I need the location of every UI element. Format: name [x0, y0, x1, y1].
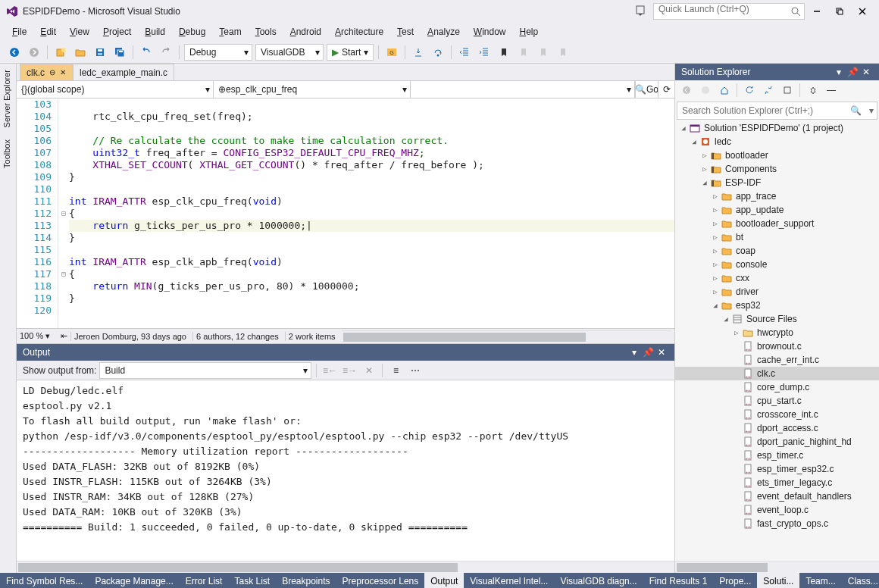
open-file-button[interactable]	[72, 44, 89, 61]
tree-node[interactable]: ▷console	[675, 258, 879, 271]
menu-help[interactable]: Help	[514, 24, 545, 39]
menu-android[interactable]: Android	[284, 24, 327, 39]
output-wrap-button[interactable]: ≡	[387, 362, 404, 379]
tree-node[interactable]: ++core_dump.c	[675, 380, 879, 394]
se-sync-button[interactable]	[760, 82, 777, 99]
close-icon[interactable]: ✕	[60, 68, 66, 77]
output-options-button[interactable]: ⋯	[407, 362, 424, 379]
collapsed-tab-toolbox[interactable]: Toolbox	[0, 133, 16, 174]
tree-node[interactable]: ◢Solution 'ESPIDFDemo' (1 project)	[675, 121, 879, 135]
panel-dropdown-icon[interactable]: ▾	[627, 347, 641, 358]
tree-node[interactable]: ++event_default_handlers	[675, 489, 879, 503]
redo-button[interactable]	[158, 44, 174, 61]
expand-icon[interactable]: ▷	[710, 233, 721, 241]
tree-node[interactable]: ++brownout.c	[675, 339, 879, 353]
new-project-button[interactable]	[52, 44, 69, 61]
menu-project[interactable]: Project	[97, 24, 137, 39]
indent-more-button[interactable]	[476, 44, 493, 61]
se-collapse-button[interactable]	[779, 82, 796, 99]
bottom-tab[interactable]: Find Symbol Res...	[0, 573, 89, 588]
editor-tab[interactable]: clk.c⊖✕	[20, 64, 73, 80]
tree-node[interactable]: ++esp_timer_esp32.c	[675, 462, 879, 476]
solution-explorer-search[interactable]: Search Solution Explorer (Ctrl+;) 🔍 ▾	[677, 102, 877, 120]
expand-icon[interactable]: ◢	[678, 124, 689, 132]
close-button[interactable]	[852, 3, 873, 20]
save-all-button[interactable]	[111, 44, 128, 61]
pin-icon[interactable]: 📌	[641, 347, 655, 358]
tree-node[interactable]: ▷coap	[675, 244, 879, 258]
tree-node[interactable]: ▷Components	[675, 162, 879, 176]
blame-author[interactable]: Jeroen Domburg, 93 days ago	[70, 332, 189, 341]
close-icon[interactable]: ✕	[655, 347, 668, 358]
expand-icon[interactable]: ▷	[710, 192, 721, 200]
se-properties-button[interactable]	[804, 82, 821, 99]
tree-node[interactable]: ▷app_trace	[675, 189, 879, 203]
tree-node[interactable]: ▷cxx	[675, 271, 879, 285]
menu-tools[interactable]: Tools	[249, 24, 283, 39]
tree-node[interactable]: ▷bootloader_support	[675, 217, 879, 230]
se-refresh-button[interactable]	[741, 82, 758, 99]
se-showall-button[interactable]: —	[823, 82, 840, 99]
tree-node[interactable]: ++dport_access.c	[675, 421, 879, 435]
expand-icon[interactable]: ◢	[689, 138, 699, 145]
expand-icon[interactable]: ▷	[699, 165, 710, 173]
tree-node[interactable]: ▷bootloader	[675, 149, 879, 162]
menu-view[interactable]: View	[64, 24, 95, 39]
clear-bookmarks-button[interactable]	[555, 44, 571, 61]
expand-icon[interactable]: ▷	[710, 247, 721, 255]
visualgdb-button[interactable]: G	[383, 44, 400, 61]
undo-button[interactable]	[138, 44, 155, 61]
bottom-tab[interactable]: Prope...	[713, 573, 757, 588]
nav-back-button[interactable]	[6, 44, 23, 61]
platform-combo[interactable]: VisualGDB▾	[255, 44, 324, 61]
expand-icon[interactable]: ▷	[710, 206, 721, 214]
tree-node[interactable]: ++ets_timer_legacy.c	[675, 476, 879, 489]
quick-launch-input[interactable]: Quick Launch (Ctrl+Q)	[653, 3, 805, 20]
step-into-button[interactable]	[410, 44, 427, 61]
se-h-scrollbar[interactable]	[675, 561, 879, 573]
bottom-tab[interactable]: VisualKernel Intel...	[464, 573, 554, 588]
menu-file[interactable]: File	[6, 24, 33, 39]
tree-node[interactable]: ▷hwcrypto	[675, 326, 879, 339]
minimize-button[interactable]	[806, 3, 827, 20]
menu-architecture[interactable]: Architecture	[329, 24, 389, 39]
tree-node[interactable]: ▷bt	[675, 230, 879, 244]
sync-button[interactable]: ⟳	[658, 81, 674, 98]
tree-node[interactable]: ++clk.c	[675, 367, 879, 380]
config-combo[interactable]: Debug▾	[184, 44, 252, 61]
bottom-tab[interactable]: Task List	[228, 573, 276, 588]
expand-icon[interactable]: ▷	[731, 329, 742, 336]
tree-node[interactable]: ++crosscore_int.c	[675, 408, 879, 421]
bottom-tab[interactable]: Breakpoints	[276, 573, 336, 588]
menu-debug[interactable]: Debug	[173, 24, 211, 39]
blame-prev-icon[interactable]: ⇤	[61, 331, 67, 341]
tree-node[interactable]: ++cache_err_int.c	[675, 353, 879, 367]
close-icon[interactable]: ✕	[859, 67, 873, 77]
tree-node[interactable]: ◢ESP-IDF	[675, 176, 879, 189]
tree-node[interactable]: ▷app_update	[675, 203, 879, 217]
solution-tree[interactable]: ◢Solution 'ESPIDFDemo' (1 project)◢ledc▷…	[675, 121, 879, 561]
tree-node[interactable]: ◢ledc	[675, 135, 879, 149]
expand-icon[interactable]: ▷	[710, 261, 721, 268]
bottom-tab[interactable]: Class...	[842, 573, 879, 588]
blame-workitems[interactable]: 2 work items	[285, 332, 339, 341]
expand-icon[interactable]: ◢	[721, 315, 731, 323]
blame-changes[interactable]: 6 authors, 12 changes	[192, 332, 282, 341]
menu-analyze[interactable]: Analyze	[421, 24, 466, 39]
menu-test[interactable]: Test	[391, 24, 420, 39]
bottom-tab[interactable]: Find Results 1	[643, 573, 714, 588]
tree-node[interactable]: ▷driver	[675, 285, 879, 299]
zoom-combo[interactable]: 100 % ▾	[20, 331, 58, 341]
bottom-tab[interactable]: VisualGDB diagn...	[554, 573, 643, 588]
menu-edit[interactable]: Edit	[34, 24, 62, 39]
next-bookmark-button[interactable]	[535, 44, 552, 61]
editor-tab[interactable]: ledc_example_main.c	[73, 64, 174, 80]
editor-h-scrollbar[interactable]	[342, 330, 671, 342]
nav-fwd-button[interactable]	[26, 44, 42, 61]
tree-node[interactable]: ◢esp32	[675, 299, 879, 312]
start-debug-button[interactable]: ▶Start▾	[327, 44, 374, 61]
se-fwd-button[interactable]	[697, 82, 714, 99]
output-text[interactable]: LD Debug/ledc.elf esptool.py v2.1 To fla…	[17, 380, 674, 561]
expand-icon[interactable]: ▷	[710, 274, 721, 282]
tree-node[interactable]: ++cpu_start.c	[675, 394, 879, 408]
